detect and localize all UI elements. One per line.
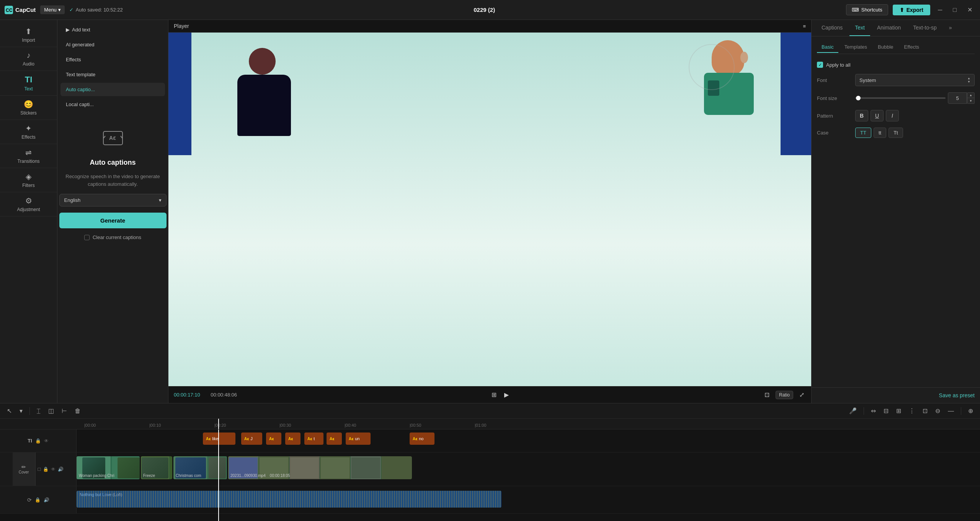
marker-tool-button[interactable]: ⊢ <box>59 406 69 416</box>
caption-clip-ae2[interactable]: Aɛ <box>285 433 301 445</box>
nav-item-filters[interactable]: ◈ Filters <box>0 168 57 192</box>
subtab-basic[interactable]: Basic <box>817 42 838 53</box>
grid-view-button[interactable]: ⊞ <box>490 390 498 400</box>
nav-item-stickers[interactable]: 😊 Stickers <box>0 96 57 120</box>
subtab-bubble-label: Bubble <box>878 44 893 50</box>
case-uppercase-button[interactable]: TT <box>855 128 871 138</box>
play-button[interactable]: ▶ <box>503 390 510 400</box>
select-tool-button[interactable]: ↖ <box>5 406 14 416</box>
subtab-templates[interactable]: Templates <box>840 42 872 53</box>
font-size-slider[interactable] <box>855 97 946 99</box>
caption-clip-t[interactable]: Aɛ t <box>304 433 323 445</box>
subtab-effects-label: Effects <box>904 44 920 50</box>
trim-tool-button[interactable]: ◫ <box>46 406 56 416</box>
panel-add-text[interactable]: ▶ Add text <box>60 23 165 36</box>
panel-text-template[interactable]: Text template <box>60 68 165 81</box>
video-segment-woman[interactable]: Woman packing Chri <box>77 456 140 479</box>
tab-more[interactable]: » <box>944 20 957 36</box>
apply-all-checkbox[interactable]: ✓ <box>817 62 823 68</box>
zoom-button[interactable]: — <box>946 406 956 416</box>
save-preset-button[interactable]: Save as preset <box>939 392 975 398</box>
nav-item-transitions[interactable]: ⇌ Transitions <box>0 144 57 168</box>
minimize-button[interactable]: ─ <box>935 6 945 14</box>
nav-item-text[interactable]: TI Text <box>0 71 57 96</box>
language-select[interactable]: English ▾ <box>59 194 167 206</box>
zoom-out-button[interactable]: ⊖ <box>933 406 942 416</box>
panel-auto-captions[interactable]: Auto captio... <box>60 83 165 96</box>
capcut-logo-icon: CC <box>5 6 13 14</box>
video-track-vol-icon[interactable]: 🔊 <box>58 467 64 472</box>
tab-text[interactable]: Text <box>849 20 870 36</box>
audio-track-lock-icon[interactable]: 🔒 <box>35 497 41 503</box>
caption-clip-j[interactable]: Aɛ J <box>241 433 262 445</box>
italic-button[interactable]: I <box>886 110 899 121</box>
caption-clip-like[interactable]: Aɛ like <box>203 433 235 445</box>
crop-button[interactable]: ⊡ <box>763 390 771 400</box>
clear-captions-checkbox[interactable] <box>84 235 90 240</box>
font-size-input[interactable] <box>948 92 967 104</box>
video-segment-christmas[interactable]: Christmas com <box>173 456 227 479</box>
audio-clip-nothing[interactable]: Nothing but Love (Lofi) <box>77 491 501 508</box>
font-down-icon[interactable]: ▼ <box>967 80 970 84</box>
caption-clip-ae1[interactable]: Aɛ <box>266 433 281 445</box>
toolbar-divider-2 <box>864 407 864 415</box>
caption-track-lock-icon[interactable]: 🔒 <box>35 438 41 444</box>
nav-item-adjustment[interactable]: ⚙ Adjustment <box>0 192 57 216</box>
caption-clip-un[interactable]: Aɛ un <box>346 433 371 445</box>
mic-button[interactable]: 🎤 <box>847 406 859 416</box>
ratio-button[interactable]: Ratio <box>776 391 793 399</box>
font-size-down-button[interactable]: ▼ <box>967 98 975 104</box>
font-control: System ▲ ▼ <box>855 74 975 86</box>
segment-thumb-m3 <box>289 456 320 479</box>
video-segment-freeze[interactable]: Freeze <box>141 456 172 479</box>
nav-label-stickers: Stickers <box>20 110 37 116</box>
export-button[interactable]: ⬆ Export <box>893 5 930 15</box>
video-track-lock-icon[interactable]: 🔒 <box>43 467 49 472</box>
bold-button[interactable]: B <box>855 110 868 121</box>
generate-button[interactable]: Generate <box>59 213 167 228</box>
merge-button[interactable]: ⊞ <box>894 406 903 416</box>
font-size-slider-thumb[interactable] <box>856 96 861 100</box>
tab-text-to-sp[interactable]: Text-to-sp <box>908 20 942 36</box>
tab-captions[interactable]: Captions <box>816 20 848 36</box>
shortcuts-button[interactable]: ⌨ Shortcuts <box>846 4 888 15</box>
multi-track-button[interactable]: ⊟ <box>881 406 891 416</box>
panel-ai-generated[interactable]: AI generated <box>60 38 165 51</box>
add-track-button[interactable]: ⊕ <box>966 406 975 416</box>
panel-effects[interactable]: Effects <box>60 53 165 66</box>
video-segment-main[interactable]: 20231...090930.mp4 00:00:18:05 <box>228 456 412 479</box>
player-menu-icon[interactable]: ≡ <box>803 23 806 29</box>
caption-clip-ae3[interactable]: Aɛ <box>327 433 342 445</box>
video-track-eye-icon[interactable]: 👁 <box>51 467 56 472</box>
maximize-button[interactable]: □ <box>950 6 960 14</box>
nav-item-effects[interactable]: ✦ Effects <box>0 120 57 144</box>
apply-all-row[interactable]: ✓ Apply to all <box>817 62 975 68</box>
fullscreen-button[interactable]: ⤢ <box>798 390 806 400</box>
font-size-up-button[interactable]: ▲ <box>967 92 975 98</box>
align-button[interactable]: ⋮ <box>906 406 917 416</box>
caption-sync-button[interactable]: ⊡ <box>920 406 930 416</box>
nav-item-import[interactable]: ⬆ Import <box>0 23 57 47</box>
case-titlecase-button[interactable]: Tt <box>889 128 903 138</box>
caption-track-eye-icon[interactable]: 👁 <box>44 438 49 444</box>
nav-item-audio[interactable]: ♪ Audio <box>0 47 57 71</box>
underline-button[interactable]: U <box>871 110 884 121</box>
font-select[interactable]: System ▲ ▼ <box>855 74 975 86</box>
split-tool-button[interactable]: ⌶ <box>34 406 43 416</box>
subtab-effects[interactable]: Effects <box>900 42 924 53</box>
panel-local-captions[interactable]: Local capti... <box>60 98 165 111</box>
clear-captions-checkbox-row[interactable]: Clear current captions <box>84 234 141 240</box>
subtab-bubble[interactable]: Bubble <box>873 42 898 53</box>
font-up-icon[interactable]: ▲ <box>967 77 970 80</box>
case-lowercase-button[interactable]: tt <box>874 128 886 138</box>
nav-label-adjustment: Adjustment <box>17 207 40 212</box>
link-button[interactable]: ⇔ <box>869 406 878 416</box>
close-button[interactable]: ✕ <box>964 5 975 14</box>
tab-animation[interactable]: Animation <box>872 20 906 36</box>
delete-tool-button[interactable]: 🗑 <box>72 406 83 416</box>
svg-text:CC: CC <box>6 8 13 13</box>
audio-track-vol-icon[interactable]: 🔊 <box>44 497 49 503</box>
caption-clip-no[interactable]: Aɛ no <box>410 433 434 445</box>
menu-button[interactable]: Menu ▾ <box>40 5 65 14</box>
select-arrow-button[interactable]: ▾ <box>17 406 25 416</box>
